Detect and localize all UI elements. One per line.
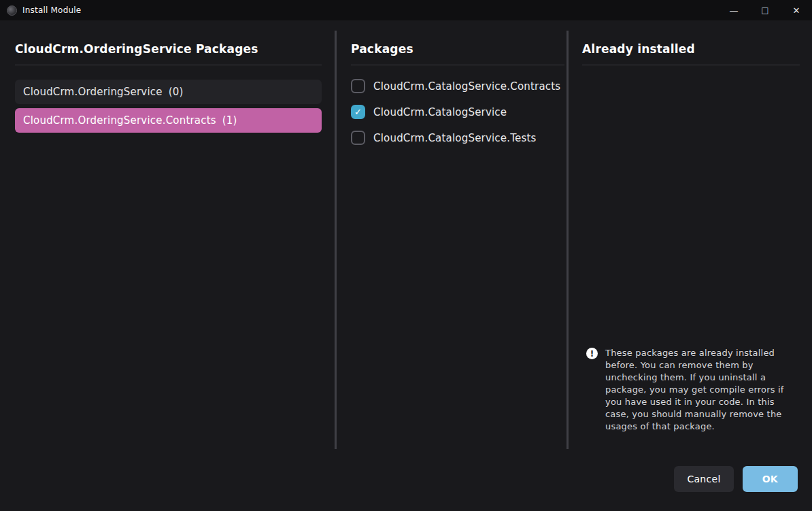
info-icon bbox=[586, 348, 598, 359]
checkbox-icon[interactable] bbox=[351, 105, 365, 119]
app-logo-icon bbox=[7, 5, 17, 16]
checkbox-icon[interactable] bbox=[351, 79, 365, 93]
window-controls: — □ ✕ bbox=[718, 0, 812, 20]
module-item-count: (1) bbox=[222, 114, 237, 127]
module-item-count: (0) bbox=[169, 86, 184, 98]
packages-panel-heading: Packages bbox=[351, 42, 564, 65]
module-item-orderingservice-contracts[interactable]: CloudCrm.OrderingService.Contracts (1) bbox=[15, 108, 322, 133]
window-title: Install Module bbox=[22, 5, 81, 15]
dialog-footer: Cancel OK bbox=[674, 466, 798, 492]
module-item-label: CloudCrm.OrderingService.Contracts bbox=[23, 114, 216, 127]
package-row-catalogservice-tests[interactable]: CloudCrm.CatalogService.Tests bbox=[351, 131, 564, 145]
package-row-catalogservice-contracts[interactable]: CloudCrm.CatalogService.Contracts bbox=[351, 79, 564, 93]
modules-panel: CloudCrm.OrderingService Packages CloudC… bbox=[15, 42, 322, 133]
maximize-button[interactable]: □ bbox=[749, 0, 781, 20]
package-list: CloudCrm.CatalogService.Contracts CloudC… bbox=[351, 79, 564, 145]
cancel-button[interactable]: Cancel bbox=[674, 466, 733, 492]
title-bar: Install Module — □ ✕ bbox=[0, 0, 812, 20]
note-text: These packages are already installed bef… bbox=[605, 347, 794, 433]
ok-button[interactable]: OK bbox=[743, 466, 798, 492]
already-installed-panel: Already installed These packages are alr… bbox=[582, 42, 800, 449]
package-row-catalogservice[interactable]: CloudCrm.CatalogService bbox=[351, 105, 564, 119]
module-item-label: CloudCrm.OrderingService bbox=[23, 86, 163, 98]
checkbox-icon[interactable] bbox=[351, 131, 365, 145]
column-divider bbox=[566, 31, 569, 449]
modules-panel-heading: CloudCrm.OrderingService Packages bbox=[15, 42, 322, 65]
module-list: CloudCrm.OrderingService (0) CloudCrm.Or… bbox=[15, 80, 322, 133]
package-label: CloudCrm.CatalogService bbox=[373, 106, 507, 118]
package-label: CloudCrm.CatalogService.Contracts bbox=[373, 80, 560, 93]
column-divider bbox=[335, 31, 337, 449]
package-label: CloudCrm.CatalogService.Tests bbox=[373, 132, 537, 144]
already-installed-heading: Already installed bbox=[582, 42, 800, 65]
already-installed-note: These packages are already installed bef… bbox=[586, 347, 794, 433]
minimize-button[interactable]: — bbox=[718, 0, 749, 20]
packages-panel: Packages CloudCrm.CatalogService.Contrac… bbox=[351, 42, 564, 145]
module-item-orderingservice[interactable]: CloudCrm.OrderingService (0) bbox=[15, 80, 322, 104]
close-button[interactable]: ✕ bbox=[781, 0, 812, 20]
